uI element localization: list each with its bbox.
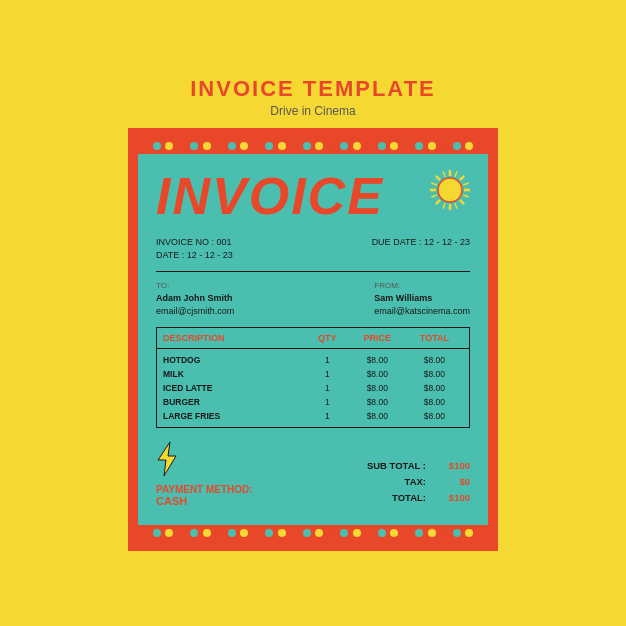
dot: [340, 142, 348, 150]
totals-section: SUB TOTAL : $100 TAX: $0 TOTAL: $100: [367, 458, 470, 506]
svg-marker-17: [158, 442, 176, 476]
invoice-right-meta: DUE DATE : 12 - 12 - 23: [372, 236, 470, 263]
svg-line-2: [460, 175, 464, 179]
table-cell: $8.00: [406, 397, 463, 407]
dot: [165, 529, 173, 537]
dot: [240, 529, 248, 537]
dot: [478, 142, 486, 150]
due-date: DUE DATE : 12 - 12 - 23: [372, 236, 470, 250]
svg-point-0: [438, 178, 462, 202]
th-qty: QTY: [306, 333, 349, 343]
table-cell: $8.00: [406, 369, 463, 379]
lightning-icon: [156, 442, 253, 478]
dot: [328, 142, 336, 150]
svg-line-11: [463, 195, 469, 197]
table-cell: MILK: [163, 369, 306, 379]
top-dot-row: [138, 138, 488, 154]
table-cell: 1: [306, 383, 349, 393]
payment-section: PAYMENT METHOD: CASH: [156, 442, 253, 507]
svg-line-8: [436, 175, 440, 179]
invoice-card: INVOICE INVOICE NO : 001 DATE : 12 - 12 …: [138, 154, 488, 525]
dot: [315, 142, 323, 150]
page-subtitle: Drive in Cinema: [190, 104, 436, 118]
invoice-table: DESCRIPTION QTY PRICE TOTAL HOTDOG1$8.00…: [156, 327, 470, 428]
dot: [240, 142, 248, 150]
dot: [303, 142, 311, 150]
total-row: TOTAL: $100: [367, 490, 470, 506]
dot: [290, 142, 298, 150]
table-cell: $8.00: [406, 411, 463, 421]
dot: [153, 529, 161, 537]
dot: [453, 142, 461, 150]
svg-line-9: [455, 171, 457, 177]
dot: [390, 142, 398, 150]
dot: [140, 142, 148, 150]
table-cell: 1: [306, 411, 349, 421]
svg-line-10: [463, 183, 469, 185]
dot: [365, 142, 373, 150]
dot: [303, 529, 311, 537]
tax-value: $0: [434, 474, 470, 490]
dot: [165, 142, 173, 150]
invoice-left-meta: INVOICE NO : 001 DATE : 12 - 12 - 23: [156, 236, 233, 263]
table-cell: $8.00: [406, 383, 463, 393]
info-row-top: INVOICE NO : 001 DATE : 12 - 12 - 23 DUE…: [156, 236, 470, 263]
table-cell: $8.00: [349, 397, 406, 407]
table-cell: LARGE FRIES: [163, 411, 306, 421]
total-value: $100: [434, 490, 470, 506]
from-block: FROM: Sam Williams email@katscinema.com: [374, 280, 470, 319]
dot: [265, 529, 273, 537]
invoice-date: DATE : 12 - 12 - 23: [156, 249, 233, 263]
dot: [228, 142, 236, 150]
invoice-no: INVOICE NO : 001: [156, 236, 233, 250]
dot: [315, 529, 323, 537]
dot: [328, 529, 336, 537]
dot: [190, 529, 198, 537]
dot: [290, 529, 298, 537]
dot: [403, 142, 411, 150]
th-total: TOTAL: [406, 333, 463, 343]
table-cell: ICED LATTE: [163, 383, 306, 393]
payment-method-value: CASH: [156, 495, 253, 507]
table-cell: $8.00: [349, 355, 406, 365]
dot: [253, 142, 261, 150]
svg-line-14: [431, 195, 437, 197]
table-row: ICED LATTE1$8.00$8.00: [157, 381, 469, 395]
dot: [228, 529, 236, 537]
table-cell: 1: [306, 355, 349, 365]
svg-line-16: [443, 171, 445, 177]
tax-row: TAX: $0: [367, 474, 470, 490]
table-cell: BURGER: [163, 397, 306, 407]
table-cell: $8.00: [349, 411, 406, 421]
to-name: Adam John Smith: [156, 292, 234, 306]
dot: [478, 529, 486, 537]
from-name: Sam Williams: [374, 292, 470, 306]
subtotal-value: $100: [434, 458, 470, 474]
dot: [203, 529, 211, 537]
subtotal-row: SUB TOTAL : $100: [367, 458, 470, 474]
dot: [253, 529, 261, 537]
dot: [378, 529, 386, 537]
table-body: HOTDOG1$8.00$8.00MILK1$8.00$8.00ICED LAT…: [157, 349, 469, 427]
dot: [428, 142, 436, 150]
dot: [178, 142, 186, 150]
svg-line-12: [455, 203, 457, 209]
dot: [378, 142, 386, 150]
dot: [353, 142, 361, 150]
to-label: TO:: [156, 280, 234, 292]
dot: [415, 142, 423, 150]
to-from-row: TO: Adam John Smith email@cjsmith.com FR…: [156, 280, 470, 319]
dot: [278, 529, 286, 537]
table-header: DESCRIPTION QTY PRICE TOTAL: [157, 328, 469, 349]
dot: [365, 529, 373, 537]
tax-label: TAX:: [405, 474, 426, 490]
to-block: TO: Adam John Smith email@cjsmith.com: [156, 280, 234, 319]
from-email: email@katscinema.com: [374, 305, 470, 319]
payment-method-label: PAYMENT METHOD:: [156, 484, 253, 495]
dot: [353, 529, 361, 537]
page-header: INVOICE TEMPLATE Drive in Cinema: [190, 76, 436, 118]
svg-line-6: [436, 199, 440, 203]
svg-line-13: [443, 203, 445, 209]
dot: [265, 142, 273, 150]
dot: [215, 142, 223, 150]
